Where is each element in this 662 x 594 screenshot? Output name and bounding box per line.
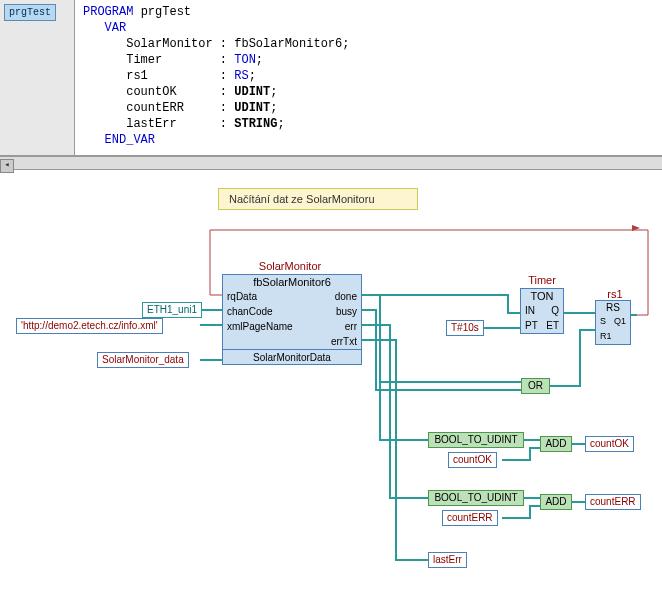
pin-q1: Q1	[614, 314, 626, 329]
block-or[interactable]: OR	[521, 378, 550, 394]
rs1-type: RS	[596, 301, 630, 314]
var3-type: RS	[234, 69, 248, 83]
tree-node-prgtest[interactable]: prgTest	[4, 4, 56, 21]
input-counterr[interactable]: countERR	[442, 510, 498, 526]
kw-program: PROGRAM	[83, 5, 133, 19]
pin-et: ET	[546, 318, 559, 333]
pin-chancode: chanCode	[227, 304, 273, 319]
input-countok[interactable]: countOK	[448, 452, 497, 468]
input-eth1[interactable]: ETH1_uni1	[142, 302, 202, 318]
input-url[interactable]: 'http://demo2.etech.cz/info.xml'	[16, 318, 163, 334]
diagram-comment: Načítání dat ze SolarMonitoru	[218, 188, 418, 210]
pin-xmlpagename: xmlPageName	[227, 319, 293, 334]
var4-type: UDINT	[234, 85, 270, 99]
output-countok[interactable]: countOK	[585, 436, 634, 452]
var1-type: fbSolarMonitor6	[234, 37, 342, 51]
kw-var: VAR	[105, 21, 127, 35]
var3: rs1	[126, 69, 148, 83]
output-counterr[interactable]: countERR	[585, 494, 641, 510]
block-add-2[interactable]: ADD	[540, 494, 572, 510]
pin-s: S	[600, 314, 606, 329]
timer-instance-name: Timer	[522, 274, 562, 286]
input-t10s[interactable]: T#10s	[446, 320, 484, 336]
block-bool-to-udint-1[interactable]: BOOL_TO_UDINT	[428, 432, 524, 448]
var5: countERR	[126, 101, 184, 115]
block-bool-to-udint-2[interactable]: BOOL_TO_UDINT	[428, 490, 524, 506]
block-add-1[interactable]: ADD	[540, 436, 572, 452]
kw-endvar: END_VAR	[105, 133, 155, 147]
var5-type: UDINT	[234, 101, 270, 115]
fb-timer[interactable]: TON INQ PTET	[520, 288, 564, 334]
fb-rs1[interactable]: RS SQ1 R1	[595, 300, 631, 345]
pin-q: Q	[551, 303, 559, 318]
var2: Timer	[126, 53, 162, 67]
pin-in: IN	[525, 303, 535, 318]
io-solarmonitor-data[interactable]: SolarMonitor_data	[97, 352, 189, 368]
var2-type: TON	[234, 53, 256, 67]
pin-done: done	[335, 289, 357, 304]
pin-pt: PT	[525, 318, 538, 333]
top-split-pane: prgTest PROGRAM prgTest VAR SolarMonitor…	[0, 0, 662, 156]
pin-rqdata: rqData	[227, 289, 257, 304]
var6-type: STRING	[234, 117, 277, 131]
pin-r1: R1	[600, 329, 612, 344]
solarmonitor-instance-name: SolarMonitor	[240, 260, 340, 272]
pin-busy: busy	[336, 304, 357, 319]
horizontal-scrollbar[interactable]: ◂	[0, 156, 662, 170]
var6: lastErr	[126, 117, 176, 131]
fbd-diagram[interactable]: Načítání dat ze SolarMonitoru SolarMonit…	[0, 170, 662, 594]
var4: countOK	[126, 85, 176, 99]
pin-errtxt: errTxt	[331, 334, 357, 349]
output-lasterr[interactable]: lastErr	[428, 552, 467, 568]
var1: SolarMonitor	[126, 37, 212, 51]
code-editor[interactable]: PROGRAM prgTest VAR SolarMonitor : fbSol…	[75, 0, 662, 155]
timer-type: TON	[521, 289, 563, 303]
svg-marker-0	[632, 225, 640, 231]
prog-name: prgTest	[141, 5, 191, 19]
wires-layer	[0, 170, 662, 594]
rs1-instance-name: rs1	[600, 288, 630, 300]
fb-type: fbSolarMonitor6	[223, 275, 361, 289]
program-tree-panel: prgTest	[0, 0, 75, 155]
pin-solarmonitordata: SolarMonitorData	[223, 349, 361, 364]
fb-solarmonitor[interactable]: fbSolarMonitor6 rqDatadone chanCodebusy …	[222, 274, 362, 365]
pin-err: err	[345, 319, 357, 334]
